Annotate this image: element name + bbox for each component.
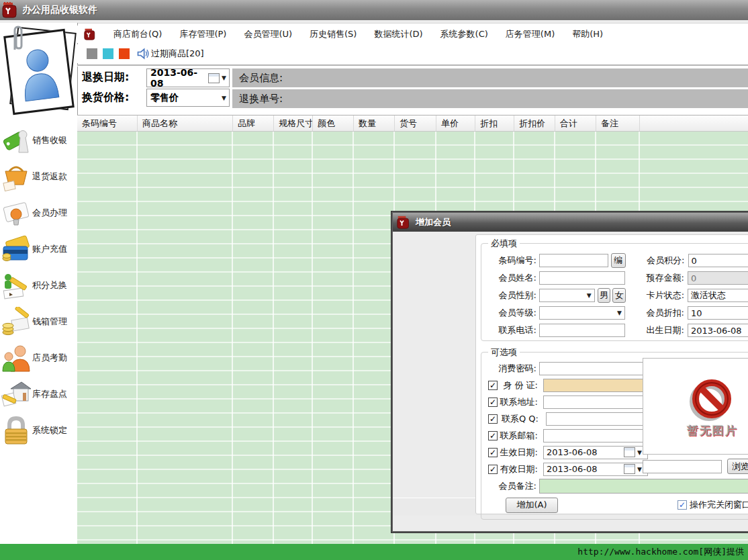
col-color[interactable]: 颜色	[313, 115, 354, 131]
address-checkbox[interactable]: ✓	[488, 398, 498, 407]
password-label: 消费密码:	[481, 363, 536, 375]
gender-select[interactable]: ▼	[539, 289, 595, 302]
points-input[interactable]: 0	[688, 254, 748, 267]
memo-label: 会员备注:	[481, 480, 536, 492]
address-input[interactable]	[543, 395, 648, 409]
qq-checkbox[interactable]: ✓	[488, 414, 498, 424]
level-select[interactable]: ▼	[539, 306, 625, 320]
sidebar-item-lock[interactable]: 系统锁定	[0, 412, 77, 449]
sidebar-item-cashbox[interactable]: 钱箱管理	[0, 304, 77, 340]
menu-item-storefront[interactable]: 商店前台(Q)	[113, 28, 162, 40]
menu-item-help[interactable]: 帮助(H)	[572, 28, 603, 40]
grid-col	[138, 132, 233, 544]
start-date-picker[interactable]: 2013-06-08 ▼	[543, 446, 648, 459]
col-qty[interactable]: 数量	[354, 115, 395, 131]
member-name-label: 会员姓名:	[481, 272, 536, 284]
app-window: 办公用品收银软件	[0, 0, 748, 560]
window-titlebar[interactable]: 办公用品收银软件	[0, 0, 748, 20]
col-price[interactable]: 单价	[436, 115, 475, 131]
return-date-picker[interactable]: 2013-06-08 ▼	[146, 68, 230, 87]
calendar-icon	[624, 447, 635, 457]
form-row: 会员等级: ▼ 会员折扣: 10	[481, 304, 748, 322]
barcode-label: 条码编号:	[481, 254, 536, 267]
window-title: 办公用品收银软件	[22, 4, 97, 16]
start-date-checkbox[interactable]: ✓	[488, 448, 498, 457]
sidebar-item-label: 钱箱管理	[32, 316, 67, 328]
menu-item-members[interactable]: 会员管理(U)	[244, 28, 292, 40]
expired-goods-alert[interactable]: 过期商品[20]	[151, 48, 204, 60]
form-row: 联系电话: 出生日期: 2013-06-08	[481, 322, 748, 339]
points-exchange-icon	[1, 271, 31, 300]
grid-col	[313, 132, 354, 544]
id-label: 身 份 证:	[499, 379, 538, 391]
member-name-input[interactable]	[539, 271, 625, 285]
menu-item-inventory[interactable]: 库存管理(P)	[179, 28, 226, 40]
sidebar-item-attendance[interactable]: 店员考勤	[0, 340, 77, 376]
points-label: 会员积分:	[631, 254, 685, 267]
sidebar-item-label: 积分兑换	[32, 279, 67, 291]
sidebar-item-label: 店员考勤	[32, 352, 67, 364]
grid-col	[354, 132, 395, 544]
close-on-finish-label: 操作完关闭窗口	[690, 499, 748, 511]
col-itemno[interactable]: 货号	[395, 115, 436, 131]
memo-input[interactable]	[539, 479, 748, 494]
female-button[interactable]: 女	[612, 288, 626, 303]
sidebar-item-inventory[interactable]: 库存盘点	[0, 376, 77, 412]
birthday-input[interactable]: 2013-06-08	[688, 324, 748, 337]
col-size[interactable]: 规格尺寸	[274, 115, 313, 131]
email-input[interactable]	[543, 429, 648, 442]
required-group-title: 必填项	[488, 238, 520, 250]
grid-col	[274, 132, 313, 544]
form-row: 会员备注:	[481, 477, 748, 495]
barcode-input[interactable]	[539, 254, 608, 267]
browse-button[interactable]: 浏览	[727, 459, 748, 474]
col-discprice[interactable]: 折扣价	[514, 115, 555, 131]
chevron-down-icon: ▼	[637, 466, 642, 473]
discount-input[interactable]: 10	[688, 306, 748, 320]
phone-label: 联系电话:	[481, 324, 536, 336]
sidebar-item-recharge[interactable]: 账户充值	[0, 231, 77, 267]
start-date-value: 2013-06-08	[547, 447, 598, 457]
menu-item-history[interactable]: 历史销售(S)	[310, 28, 357, 40]
menu-item-parameters[interactable]: 系统参数(C)	[440, 28, 488, 40]
id-input[interactable]	[543, 379, 648, 392]
photo-path-input[interactable]	[643, 460, 722, 473]
col-name[interactable]: 商品名称	[138, 115, 233, 131]
cash-drawer-icon	[1, 307, 31, 336]
qq-input[interactable]	[546, 412, 651, 426]
sidebar-item-label: 退货返款	[32, 171, 67, 183]
edit-barcode-button[interactable]: 编	[611, 253, 625, 268]
male-button[interactable]: 男	[598, 288, 611, 303]
legend-cyan-swatch	[103, 48, 113, 59]
member-photo-box: 暂无图片	[643, 358, 748, 455]
sidebar-item-membership[interactable]: 会员办理	[0, 195, 77, 231]
end-date-checkbox[interactable]: ✓	[488, 465, 498, 474]
password-input[interactable]	[539, 362, 644, 375]
end-date-picker[interactable]: 2013-06-08 ▼	[543, 463, 648, 476]
dialog-titlebar[interactable]: 增加会员	[393, 213, 748, 232]
col-remark[interactable]: 备注	[596, 115, 640, 131]
email-checkbox[interactable]: ✓	[488, 431, 498, 440]
form-row: 增加(A) ✓ 操作完关闭窗口	[481, 495, 748, 515]
exchange-price-select[interactable]: 零售价 ▼	[146, 89, 230, 107]
phone-input[interactable]	[539, 324, 625, 337]
form-row: 会员性别: ▼ 男 女 卡片状态: 激活状态	[481, 287, 748, 304]
col-total[interactable]: 合计	[555, 115, 596, 131]
optional-group-title: 可选项	[488, 346, 520, 359]
exchange-price-label: 换货价格:	[82, 91, 129, 105]
id-checkbox[interactable]: ✓	[488, 381, 498, 390]
titlebar-divider	[0, 20, 748, 24]
col-brand[interactable]: 品牌	[233, 115, 274, 131]
add-button[interactable]: 增加(A)	[506, 498, 558, 513]
col-barcode[interactable]: 条码编号	[77, 115, 138, 131]
return-basket-icon	[1, 162, 31, 191]
menu-item-store-mgmt[interactable]: 店务管理(M)	[506, 28, 555, 40]
col-discount[interactable]: 折扣	[475, 115, 514, 131]
end-date-label: 有效日期:	[499, 463, 538, 475]
sidebar-item-sales[interactable]: 销售收银	[0, 122, 77, 158]
close-on-finish-checkbox[interactable]: ✓	[677, 500, 687, 510]
card-status-input[interactable]: 激活状态	[688, 289, 748, 302]
menu-item-statistics[interactable]: 数据统计(D)	[374, 28, 422, 40]
sidebar-item-returns[interactable]: 退货返款	[0, 158, 77, 195]
sidebar-item-points[interactable]: 积分兑换	[0, 267, 77, 304]
